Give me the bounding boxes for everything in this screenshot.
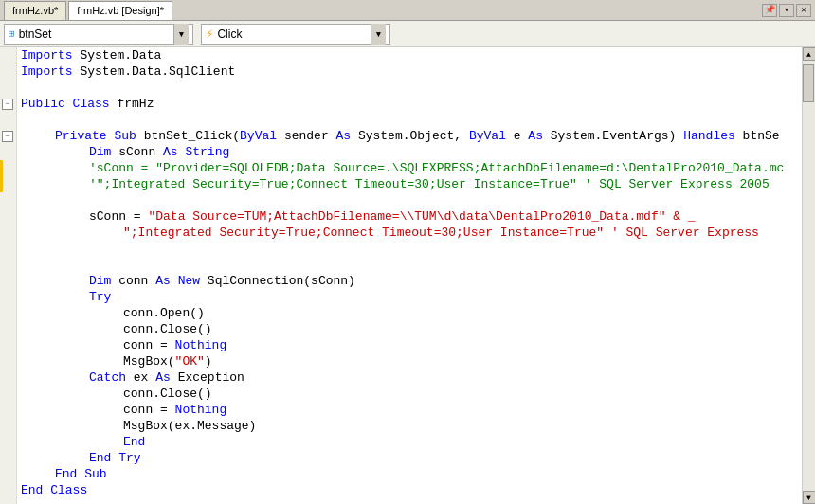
code-line (17, 241, 802, 257)
code-line: Imports System.Data.SqlClient (17, 63, 802, 80)
scroll-thumb[interactable] (803, 64, 814, 102)
code-line: '";Integrated Security=True;Connect Time… (17, 176, 802, 192)
code-line: conn = Nothing (17, 402, 802, 418)
code-line: Private Sub btnSet_Click(ByVal sender As… (17, 128, 802, 144)
vertical-scrollbar[interactable]: ▲ ▼ (802, 47, 815, 504)
code-container: − − Imports System.Data Imports System.D… (0, 47, 815, 504)
code-line: MsgBox(ex.Message) (17, 418, 802, 434)
scroll-track[interactable] (803, 61, 815, 491)
code-lines: Imports System.Data Imports System.Data.… (17, 47, 802, 498)
method-selector[interactable]: ⊞ btnSet ▾ (4, 24, 193, 45)
tab-frmhz-vb-label: frmHz.vb* (12, 5, 58, 16)
code-line (17, 257, 802, 273)
minimize-button[interactable]: ▾ (779, 4, 794, 17)
class-collapse-box[interactable]: − (2, 99, 13, 110)
method-dropdown-arrow[interactable]: ▾ (173, 24, 189, 45)
event-name: Click (217, 27, 371, 41)
code-editor[interactable]: Imports System.Data Imports System.Data.… (17, 47, 802, 504)
code-line: Catch ex As Exception (17, 369, 802, 386)
code-line: conn.Close() (17, 386, 802, 402)
code-line: Dim conn As New SqlConnection(sConn) (17, 273, 802, 289)
lightning-icon: ⚡ (206, 26, 213, 42)
code-line: conn.Open() (17, 305, 802, 321)
sub-collapse-box[interactable]: − (2, 131, 13, 142)
tab-frmhz-design[interactable]: frmHz.vb [Design]* (68, 1, 172, 20)
close-button[interactable]: ✕ (796, 4, 811, 17)
code-line: conn.Close() (17, 321, 802, 337)
code-line: Dim sConn As String (17, 144, 802, 160)
code-line: End Try (17, 450, 802, 466)
event-dropdown-arrow[interactable]: ▾ (371, 24, 386, 45)
title-bar: frmHz.vb* frmHz.vb [Design]* 📌 ▾ ✕ (0, 0, 815, 21)
code-line: MsgBox("OK") (17, 353, 802, 369)
code-line (17, 112, 802, 128)
code-line: Imports System.Data (17, 47, 802, 63)
code-line: Try (17, 289, 802, 305)
code-line: End Class (17, 482, 802, 498)
code-line: 'sConn = "Provider=SQLOLEDB;Data Source=… (17, 160, 802, 176)
scroll-up-button[interactable]: ▲ (803, 47, 816, 61)
window-controls: 📌 ▾ ✕ (762, 4, 811, 17)
code-line (17, 80, 802, 96)
line-indicators: − − (0, 47, 17, 504)
toolbar: ⊞ btnSet ▾ ⚡ Click ▾ (0, 21, 815, 47)
code-line: conn = Nothing (17, 337, 802, 353)
pin-button[interactable]: 📌 (762, 4, 777, 17)
code-line: Public Class frmHz (17, 96, 802, 112)
event-selector[interactable]: ⚡ Click ▾ (201, 24, 390, 45)
code-line: End (17, 434, 802, 450)
code-line (17, 192, 802, 208)
code-line: sConn = "Data Source=TUM;AttachDbFilenam… (17, 208, 802, 225)
tab-frmhz-vb[interactable]: frmHz.vb* (4, 1, 66, 20)
tab-frmhz-design-label: frmHz.vb [Design]* (77, 5, 164, 16)
method-name: btnSet (19, 27, 173, 41)
code-line: ";Integrated Security=True;Connect Timeo… (17, 225, 802, 241)
method-icon: ⊞ (9, 27, 15, 40)
code-line: End Sub (17, 466, 802, 482)
scroll-down-button[interactable]: ▼ (803, 491, 816, 504)
